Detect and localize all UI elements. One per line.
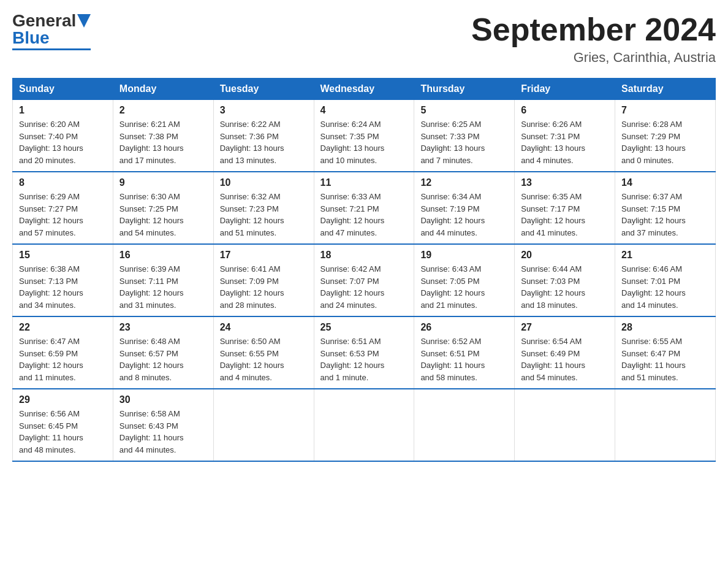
- calendar-week-row: 8Sunrise: 6:29 AM Sunset: 7:27 PM Daylig…: [13, 172, 716, 244]
- table-row: 2Sunrise: 6:21 AM Sunset: 7:38 PM Daylig…: [113, 100, 213, 172]
- table-row: 13Sunrise: 6:35 AM Sunset: 7:17 PM Dayli…: [515, 172, 615, 244]
- day-info: Sunrise: 6:33 AM Sunset: 7:21 PM Dayligh…: [320, 191, 408, 239]
- logo-underline: [12, 48, 91, 50]
- day-info: Sunrise: 6:47 AM Sunset: 6:59 PM Dayligh…: [19, 335, 107, 383]
- day-info: Sunrise: 6:22 AM Sunset: 7:36 PM Dayligh…: [220, 118, 308, 166]
- table-row: 8Sunrise: 6:29 AM Sunset: 7:27 PM Daylig…: [13, 172, 113, 244]
- calendar-subtitle: Gries, Carinthia, Austria: [471, 50, 716, 66]
- col-wednesday: Wednesday: [314, 79, 414, 100]
- calendar-week-row: 29Sunrise: 6:56 AM Sunset: 6:45 PM Dayli…: [13, 389, 716, 461]
- calendar-week-row: 1Sunrise: 6:20 AM Sunset: 7:40 PM Daylig…: [13, 100, 716, 172]
- day-number: 24: [220, 322, 308, 333]
- day-number: 29: [19, 394, 107, 405]
- day-info: Sunrise: 6:30 AM Sunset: 7:25 PM Dayligh…: [119, 191, 207, 239]
- calendar-table: Sunday Monday Tuesday Wednesday Thursday…: [12, 78, 716, 462]
- day-number: 25: [320, 322, 408, 333]
- table-row: 14Sunrise: 6:37 AM Sunset: 7:15 PM Dayli…: [615, 172, 716, 244]
- table-row: 1Sunrise: 6:20 AM Sunset: 7:40 PM Daylig…: [13, 100, 113, 172]
- day-info: Sunrise: 6:32 AM Sunset: 7:23 PM Dayligh…: [220, 191, 308, 239]
- table-row: 29Sunrise: 6:56 AM Sunset: 6:45 PM Dayli…: [13, 389, 113, 461]
- day-info: Sunrise: 6:54 AM Sunset: 6:49 PM Dayligh…: [521, 335, 609, 383]
- day-info: Sunrise: 6:50 AM Sunset: 6:55 PM Dayligh…: [220, 335, 308, 383]
- day-number: 16: [119, 250, 207, 261]
- day-info: Sunrise: 6:52 AM Sunset: 6:51 PM Dayligh…: [420, 335, 508, 383]
- table-row: 3Sunrise: 6:22 AM Sunset: 7:36 PM Daylig…: [213, 100, 314, 172]
- calendar-title-area: September 2024 Gries, Carinthia, Austria: [471, 12, 716, 66]
- day-info: Sunrise: 6:38 AM Sunset: 7:13 PM Dayligh…: [19, 263, 107, 311]
- table-row: 5Sunrise: 6:25 AM Sunset: 7:33 PM Daylig…: [414, 100, 515, 172]
- table-row: [615, 389, 716, 461]
- logo-text-general: General: [12, 12, 76, 29]
- day-info: Sunrise: 6:37 AM Sunset: 7:15 PM Dayligh…: [621, 191, 709, 239]
- table-row: 26Sunrise: 6:52 AM Sunset: 6:51 PM Dayli…: [414, 316, 515, 389]
- day-number: 7: [621, 105, 709, 116]
- calendar-header-row: Sunday Monday Tuesday Wednesday Thursday…: [13, 79, 716, 100]
- day-number: 22: [19, 322, 107, 333]
- day-number: 10: [220, 177, 308, 188]
- day-info: Sunrise: 6:44 AM Sunset: 7:03 PM Dayligh…: [521, 263, 609, 311]
- col-monday: Monday: [113, 79, 213, 100]
- day-info: Sunrise: 6:43 AM Sunset: 7:05 PM Dayligh…: [420, 263, 508, 311]
- day-number: 13: [521, 177, 609, 188]
- col-thursday: Thursday: [414, 79, 515, 100]
- table-row: 27Sunrise: 6:54 AM Sunset: 6:49 PM Dayli…: [515, 316, 615, 389]
- table-row: 11Sunrise: 6:33 AM Sunset: 7:21 PM Dayli…: [314, 172, 414, 244]
- day-info: Sunrise: 6:42 AM Sunset: 7:07 PM Dayligh…: [320, 263, 408, 311]
- table-row: 15Sunrise: 6:38 AM Sunset: 7:13 PM Dayli…: [13, 244, 113, 316]
- table-row: [314, 389, 414, 461]
- day-info: Sunrise: 6:35 AM Sunset: 7:17 PM Dayligh…: [521, 191, 609, 239]
- col-friday: Friday: [515, 79, 615, 100]
- table-row: 7Sunrise: 6:28 AM Sunset: 7:29 PM Daylig…: [615, 100, 716, 172]
- day-number: 14: [621, 177, 709, 188]
- day-number: 11: [320, 177, 408, 188]
- day-info: Sunrise: 6:20 AM Sunset: 7:40 PM Dayligh…: [19, 118, 107, 166]
- calendar-week-row: 22Sunrise: 6:47 AM Sunset: 6:59 PM Dayli…: [13, 316, 716, 389]
- day-info: Sunrise: 6:51 AM Sunset: 6:53 PM Dayligh…: [320, 335, 408, 383]
- day-info: Sunrise: 6:58 AM Sunset: 6:43 PM Dayligh…: [119, 408, 207, 456]
- day-info: Sunrise: 6:25 AM Sunset: 7:33 PM Dayligh…: [420, 118, 508, 166]
- table-row: 12Sunrise: 6:34 AM Sunset: 7:19 PM Dayli…: [414, 172, 515, 244]
- svg-marker-0: [77, 14, 91, 28]
- table-row: [213, 389, 314, 461]
- day-number: 19: [420, 250, 508, 261]
- day-number: 9: [119, 177, 207, 188]
- table-row: 25Sunrise: 6:51 AM Sunset: 6:53 PM Dayli…: [314, 316, 414, 389]
- day-number: 20: [521, 250, 609, 261]
- day-info: Sunrise: 6:55 AM Sunset: 6:47 PM Dayligh…: [621, 335, 709, 383]
- table-row: 30Sunrise: 6:58 AM Sunset: 6:43 PM Dayli…: [113, 389, 213, 461]
- logo-text-blue: Blue: [12, 29, 50, 47]
- day-number: 26: [420, 322, 508, 333]
- day-info: Sunrise: 6:56 AM Sunset: 6:45 PM Dayligh…: [19, 408, 107, 456]
- day-number: 12: [420, 177, 508, 188]
- day-info: Sunrise: 6:21 AM Sunset: 7:38 PM Dayligh…: [119, 118, 207, 166]
- table-row: 4Sunrise: 6:24 AM Sunset: 7:35 PM Daylig…: [314, 100, 414, 172]
- table-row: 21Sunrise: 6:46 AM Sunset: 7:01 PM Dayli…: [615, 244, 716, 316]
- table-row: 28Sunrise: 6:55 AM Sunset: 6:47 PM Dayli…: [615, 316, 716, 389]
- day-number: 30: [119, 394, 207, 405]
- logo: General Blue: [12, 12, 91, 50]
- table-row: 17Sunrise: 6:41 AM Sunset: 7:09 PM Dayli…: [213, 244, 314, 316]
- day-info: Sunrise: 6:46 AM Sunset: 7:01 PM Dayligh…: [621, 263, 709, 311]
- day-number: 2: [119, 105, 207, 116]
- day-number: 6: [521, 105, 609, 116]
- table-row: 24Sunrise: 6:50 AM Sunset: 6:55 PM Dayli…: [213, 316, 314, 389]
- day-number: 15: [19, 250, 107, 261]
- calendar-title: September 2024: [471, 12, 716, 47]
- day-number: 17: [220, 250, 308, 261]
- day-number: 28: [621, 322, 709, 333]
- day-info: Sunrise: 6:26 AM Sunset: 7:31 PM Dayligh…: [521, 118, 609, 166]
- day-info: Sunrise: 6:29 AM Sunset: 7:27 PM Dayligh…: [19, 191, 107, 239]
- day-number: 23: [119, 322, 207, 333]
- day-info: Sunrise: 6:41 AM Sunset: 7:09 PM Dayligh…: [220, 263, 308, 311]
- day-number: 8: [19, 177, 107, 188]
- page-header: General Blue September 2024 Gries, Carin…: [12, 12, 716, 66]
- day-number: 3: [220, 105, 308, 116]
- table-row: 6Sunrise: 6:26 AM Sunset: 7:31 PM Daylig…: [515, 100, 615, 172]
- table-row: 9Sunrise: 6:30 AM Sunset: 7:25 PM Daylig…: [113, 172, 213, 244]
- table-row: 18Sunrise: 6:42 AM Sunset: 7:07 PM Dayli…: [314, 244, 414, 316]
- day-number: 4: [320, 105, 408, 116]
- day-number: 18: [320, 250, 408, 261]
- day-number: 27: [521, 322, 609, 333]
- day-number: 21: [621, 250, 709, 261]
- table-row: 19Sunrise: 6:43 AM Sunset: 7:05 PM Dayli…: [414, 244, 515, 316]
